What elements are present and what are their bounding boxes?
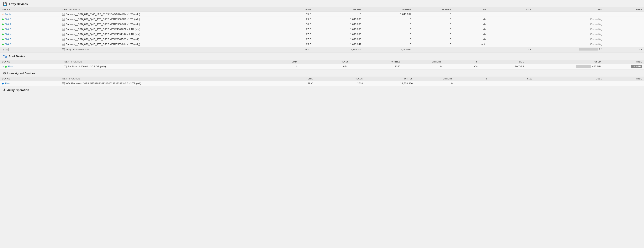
svg-rect-34 [66, 66, 66, 66]
summary-fs-cell [453, 47, 488, 52]
unassigned-col-header-reads: READS [315, 77, 365, 81]
writes-cell: 0 [363, 42, 413, 47]
writes-cell: 0 [363, 27, 413, 32]
svg-rect-10 [64, 24, 64, 24]
boot-col-header-reads: READS [299, 60, 351, 64]
device-link[interactable]: Disk 5 [4, 38, 11, 41]
summary-free-cell: 0 B [604, 47, 644, 52]
unassigned-col-header-temp: TEMP. [275, 77, 315, 81]
table-row: Dev 1 WD_Elements_10B8_57583831413134523… [0, 81, 644, 86]
device-link[interactable]: Disk 4 [4, 33, 11, 36]
device-link[interactable]: Parity [4, 13, 11, 16]
reads-cell: 0 [313, 12, 363, 17]
writes-cell: 0 [363, 37, 413, 42]
unassigned-devices-header-row: DEVICE IDENTIFICATION TEMP. READS WRITES… [0, 77, 644, 81]
device-link[interactable]: Disk 2 [4, 23, 11, 26]
boot-col-header-fs: FS [444, 60, 480, 64]
device-link[interactable]: Disk 6 [4, 43, 11, 46]
svg-rect-2 [64, 14, 64, 14]
fs-cell: zfs [453, 32, 488, 37]
summary-temp-cell: 28.6 C [273, 47, 313, 52]
svg-rect-22 [64, 39, 64, 39]
free-cell [604, 27, 644, 32]
array-operation-icon: ✳ [3, 88, 6, 92]
identification-cell: Samsung_SSD_870_QVO_1TB_S5RRNF1R555594H … [60, 42, 273, 47]
unassigned-col-header-writes: WRITES [365, 77, 415, 81]
identification-cell: Samsung_SSD_840_EVO_1TB_S1D9NEADA04419N … [60, 12, 273, 17]
device-cell: Disk 5 [0, 37, 60, 42]
status-dot-green [2, 34, 4, 35]
unassigned-devices-list-icon[interactable]: ☷ [638, 71, 641, 75]
temp-cell: 28 C [275, 81, 315, 86]
summary-errors-cell: 0 [413, 47, 453, 52]
svg-rect-17 [62, 34, 63, 34]
unassigned-devices-section: ⚙ Unassigned Devices ☷ DEVICE IDENTIFICA… [0, 69, 644, 86]
col-header-free: FREE [604, 7, 644, 12]
errors-cell: 0 [413, 22, 453, 27]
free-cell [604, 81, 644, 86]
identification-cell: WD_Elements_10B8_57583831413134523339393… [60, 81, 275, 86]
boot-device-table: DEVICE IDENTIFICATION TEMP. READS WRITES… [0, 60, 644, 69]
free-cell [604, 12, 644, 17]
boot-col-header-identification: IDENTIFICATION [62, 60, 258, 64]
size-cell [488, 42, 533, 47]
col-header-errors: ERRORS [413, 7, 453, 12]
used-cell: Formatting [533, 42, 604, 47]
errors-cell: 0 [413, 17, 453, 22]
svg-rect-33 [64, 66, 65, 66]
device-cell: Disk 1 [0, 17, 60, 22]
boot-device-list-icon[interactable]: ☷ [638, 54, 641, 58]
boot-device-icon: 🐾 [3, 54, 7, 58]
device-link[interactable]: Dev 1 [5, 82, 12, 85]
identification-text: Samsung_SSD_870_QVO_1TB_S5RRNF0W636952J … [66, 38, 139, 41]
size-cell [488, 12, 533, 17]
svg-rect-26 [64, 44, 64, 44]
errors-cell: 0 [413, 42, 453, 47]
used-cell: 465 MB [526, 64, 603, 69]
device-link[interactable]: Disk 3 [4, 28, 11, 31]
fs-cell: zfs [453, 27, 488, 32]
col-header-size: SIZE [488, 7, 533, 12]
array-operation-label: Array Operation [7, 88, 29, 92]
writes-cell: 18,508,366 [365, 81, 415, 86]
array-devices-section: 💾 Array Devices ☷ DEVICE IDENTIFICATION … [0, 0, 644, 52]
device-link[interactable]: Flash [8, 65, 14, 68]
writes-cell: 3340 [351, 64, 402, 69]
size-cell [488, 27, 533, 32]
writes-cell: 0 [363, 17, 413, 22]
warning-icon: ⚠ [2, 13, 4, 16]
svg-rect-14 [64, 29, 64, 29]
reads-cell: 1,643,033 [313, 22, 363, 27]
svg-rect-30 [64, 49, 64, 49]
svg-rect-9 [62, 24, 63, 24]
size-cell [488, 17, 533, 22]
boot-col-header-free: FREE [603, 60, 644, 64]
reads-cell: 1,643,033 [313, 27, 363, 32]
boot-col-header-size: SIZE [480, 60, 526, 64]
errors-cell: 0 [402, 64, 444, 69]
summary-row: ▦ ▤ Array of seven devices 28.6 C 9,858,… [0, 47, 644, 52]
boot-device-section: 🐾 Boot Device ☷ DEVICE IDENTIFICATION TE… [0, 52, 644, 69]
reads-cell: 1,643,042 [313, 42, 363, 47]
device-link[interactable]: Disk 1 [4, 18, 11, 21]
device-cell: Disk 4 [0, 32, 60, 37]
fs-cell: zfs [453, 17, 488, 22]
table-row: Disk 6 Samsung_SSD_870_QVO_1TB_S5RRNF1R5… [0, 42, 644, 47]
svg-rect-25 [62, 44, 63, 44]
size-cell: 30.7 GB [480, 64, 526, 69]
unassigned-devices-table: DEVICE IDENTIFICATION TEMP. READS WRITES… [0, 77, 644, 86]
identification-cell: Samsung_SSD_870_QVO_1TB_S5RRNF1R555604R … [60, 22, 273, 27]
temp-cell: 25 C [273, 42, 313, 47]
identification-cell: Samsung_SSD_870_QVO_1TB_S5RRNF0W453114A … [60, 32, 273, 37]
size-cell [488, 32, 533, 37]
identification-cell: Samsung_SSD_870_QVO_1TB_S5RRNF0W486967Z … [60, 27, 273, 32]
device-cell: Dev 1 [0, 81, 60, 86]
array-devices-list-icon[interactable]: ☷ [638, 2, 641, 6]
col-header-used: USED [533, 7, 604, 12]
svg-rect-6 [64, 19, 64, 19]
device-cell: Disk 2 [0, 22, 60, 27]
external-link-icon[interactable]: ↗ [2, 65, 4, 68]
identification-text: Samsung_SSD_870_QVO_1TB_S5RRNF0W453114A … [66, 33, 140, 36]
boot-col-header-writes: WRITES [351, 60, 402, 64]
used-progress-bar [579, 48, 598, 51]
